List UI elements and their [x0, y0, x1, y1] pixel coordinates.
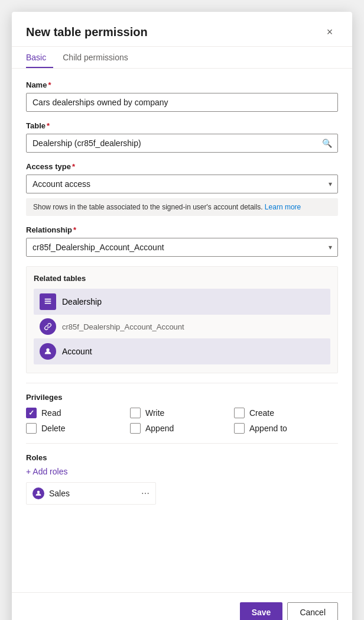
privilege-read: Read	[26, 408, 130, 418]
relationship-field-group: Relationship* cr85f_Dealership_Account_A…	[26, 225, 338, 257]
table-label: Table*	[26, 121, 338, 130]
table-search-wrap: 🔍	[26, 134, 338, 153]
related-tables-title: Related tables	[34, 274, 330, 283]
table-field-group: Table* 🔍	[26, 121, 338, 153]
svg-rect-2	[45, 303, 51, 304]
privilege-append: Append	[130, 423, 234, 434]
svg-rect-0	[45, 299, 51, 300]
related-table-account: Account	[34, 338, 330, 364]
privilege-append-to: Append to	[234, 423, 338, 434]
privilege-read-checkbox[interactable]	[26, 408, 37, 418]
privilege-create-checkbox[interactable]	[234, 408, 245, 418]
roles-section: Roles + Add roles Sales ⋯	[26, 453, 338, 505]
privilege-append-to-checkbox[interactable]	[234, 423, 245, 434]
privilege-delete-label: Delete	[41, 424, 65, 433]
access-type-select[interactable]: Account access Contact access Global acc…	[26, 175, 338, 193]
privileges-divider	[26, 383, 338, 383]
privileges-section: Privileges Read Write Create Delete	[26, 393, 338, 434]
role-tag-sales: Sales ⋯	[26, 482, 156, 505]
dealership-label: Dealership	[62, 297, 102, 306]
name-label: Name*	[26, 80, 338, 89]
modal-title: New table permission	[26, 25, 148, 39]
sales-role-label: Sales	[49, 489, 70, 498]
privileges-grid: Read Write Create Delete Append	[26, 408, 338, 434]
role-more-button[interactable]: ⋯	[141, 489, 150, 498]
access-type-select-wrap: Account access Contact access Global acc…	[26, 175, 338, 193]
close-button[interactable]: ×	[321, 24, 338, 40]
tab-basic[interactable]: Basic	[26, 47, 53, 68]
modal-footer: Save Cancel	[12, 592, 352, 620]
access-type-info: Show rows in the table associated to the…	[26, 198, 338, 216]
sales-role-icon	[32, 487, 44, 499]
name-field-group: Name*	[26, 80, 338, 112]
related-table-link: cr85f_Dealership_Account_Account	[34, 316, 330, 337]
privilege-append-label: Append	[145, 424, 174, 433]
privilege-write-label: Write	[145, 408, 164, 418]
relationship-select[interactable]: cr85f_Dealership_Account_Account	[26, 238, 338, 257]
add-roles-button[interactable]: + Add roles	[26, 467, 67, 476]
privilege-read-label: Read	[41, 408, 61, 418]
access-type-field-group: Access type* Account access Contact acce…	[26, 162, 338, 216]
account-label: Account	[62, 347, 92, 356]
link-icon	[40, 318, 56, 335]
privilege-append-to-label: Append to	[249, 424, 287, 433]
table-search-icon: 🔍	[322, 138, 332, 148]
cancel-button[interactable]: Cancel	[287, 602, 338, 620]
privileges-title: Privileges	[26, 393, 338, 402]
role-tag-inner: Sales	[32, 487, 70, 499]
related-table-dealership: Dealership	[34, 289, 330, 315]
modal-body: Name* Table* 🔍 Access type* Account acce…	[12, 69, 352, 592]
privilege-write-checkbox[interactable]	[130, 408, 141, 418]
svg-point-4	[37, 491, 40, 494]
privilege-delete: Delete	[26, 423, 130, 434]
learn-more-link[interactable]: Learn more	[265, 203, 301, 211]
modal-header: New table permission ×	[12, 12, 352, 47]
table-input[interactable]	[26, 134, 338, 153]
svg-rect-1	[45, 301, 51, 302]
new-table-permission-modal: New table permission × Basic Child permi…	[12, 12, 352, 620]
privilege-delete-checkbox[interactable]	[26, 423, 37, 434]
access-type-label: Access type*	[26, 162, 338, 171]
privilege-create: Create	[234, 408, 338, 418]
related-tables-section: Related tables Dealership cr85f_Dealersh…	[26, 266, 338, 373]
name-input[interactable]	[26, 93, 338, 112]
relationship-link-label: cr85f_Dealership_Account_Account	[62, 322, 184, 331]
privilege-create-label: Create	[249, 408, 274, 418]
account-table-icon	[40, 343, 56, 360]
tab-child-permissions[interactable]: Child permissions	[63, 47, 135, 68]
roles-title: Roles	[26, 453, 338, 462]
relationship-label: Relationship*	[26, 225, 338, 234]
svg-point-3	[46, 348, 49, 351]
privilege-write: Write	[130, 408, 234, 418]
roles-divider	[26, 443, 338, 444]
tabs-container: Basic Child permissions	[12, 47, 352, 69]
relationship-select-wrap: cr85f_Dealership_Account_Account ▾	[26, 238, 338, 257]
dealership-table-icon	[40, 293, 56, 310]
privilege-append-checkbox[interactable]	[130, 423, 141, 434]
save-button[interactable]: Save	[240, 602, 283, 620]
